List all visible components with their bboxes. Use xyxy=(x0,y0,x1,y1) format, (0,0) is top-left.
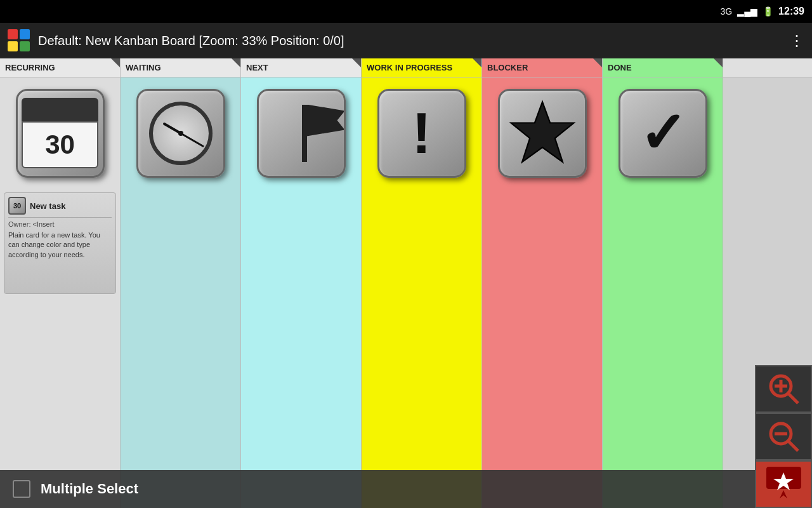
logo-green xyxy=(20,41,30,51)
multiple-select-label: Multiple Select xyxy=(41,481,138,497)
col-header-wip[interactable]: WORK IN PROGRESS xyxy=(362,58,482,77)
col-triangle-waiting xyxy=(232,58,240,67)
calendar-icon-button[interactable]: 30 xyxy=(16,89,105,178)
col-icon-wip: ! xyxy=(362,77,482,189)
flag-icon xyxy=(296,105,307,162)
col-header-blocker[interactable]: BLOCKER xyxy=(482,58,603,77)
cards-row: 30 New task Owner: <Insert Plain card fo… xyxy=(0,189,812,508)
col-header-next[interactable]: NEXT xyxy=(241,58,362,77)
col-label-next: NEXT xyxy=(246,63,268,72)
clock-icon-button[interactable] xyxy=(136,89,225,178)
favorite-button[interactable] xyxy=(755,460,812,508)
col-icon-done: ✓ xyxy=(603,77,723,189)
app-logo xyxy=(8,29,30,52)
zoom-in-icon xyxy=(763,368,804,410)
signal-icon: 3G xyxy=(720,6,732,17)
column-icons-row: 30 xyxy=(0,77,812,189)
col-header-recurring[interactable]: RECURRING xyxy=(0,58,121,77)
logo-blue xyxy=(20,29,30,39)
starburst-icon xyxy=(508,98,577,168)
col-label-waiting: WAITING xyxy=(126,63,161,72)
col-icon-waiting xyxy=(121,77,241,189)
multiple-select-bar: Multiple Select xyxy=(0,470,755,508)
calendar-number: 30 xyxy=(22,121,98,168)
logo-red xyxy=(8,29,18,39)
clock-center-dot xyxy=(178,131,183,136)
col-cards-recurring: 30 New task Owner: <Insert Plain card fo… xyxy=(0,189,121,508)
star-icon xyxy=(763,464,804,505)
flag-cloth xyxy=(307,105,345,137)
svg-marker-0 xyxy=(511,102,573,162)
kanban-board: RECURRING WAITING NEXT WORK IN PROGRESS … xyxy=(0,58,812,508)
clock-icon xyxy=(149,102,213,165)
zoom-in-button[interactable] xyxy=(755,365,812,413)
title-bar: Default: New Kanban Board [Zoom: 33% Pos… xyxy=(0,23,812,58)
col-label-wip: WORK IN PROGRESS xyxy=(367,63,452,72)
col-triangle-done xyxy=(714,58,723,67)
col-cards-done xyxy=(603,189,723,508)
svg-line-4 xyxy=(788,393,798,403)
task-card-title: New task xyxy=(30,201,65,211)
exclamation-icon: ! xyxy=(412,105,431,162)
starburst-icon-button[interactable] xyxy=(498,89,587,178)
zoom-out-button[interactable] xyxy=(755,413,812,460)
bottom-buttons xyxy=(755,365,812,508)
checkmark-icon: ✓ xyxy=(639,100,686,166)
logo-yellow xyxy=(8,41,18,51)
status-bar: 3G ▂▄▆ 🔋 12:39 xyxy=(0,0,812,23)
col-triangle-blocker xyxy=(593,58,602,67)
task-card-number: 30 xyxy=(8,197,26,215)
col-icon-blocker xyxy=(482,77,603,189)
col-triangle-wip xyxy=(473,58,481,67)
multiple-select-checkbox[interactable] xyxy=(13,480,30,498)
calendar-top xyxy=(22,98,98,122)
battery-icon: 🔋 xyxy=(763,6,773,17)
column-headers: RECURRING WAITING NEXT WORK IN PROGRESS … xyxy=(0,58,812,77)
col-icon-next xyxy=(241,77,362,189)
col-header-waiting[interactable]: WAITING xyxy=(121,58,241,77)
flag-pole xyxy=(302,105,307,162)
flag-icon-button[interactable] xyxy=(257,89,346,178)
svg-marker-9 xyxy=(780,490,787,498)
col-label-done: DONE xyxy=(608,63,632,72)
col-header-done[interactable]: DONE xyxy=(603,58,723,77)
clock: 12:39 xyxy=(778,6,804,17)
task-card[interactable]: 30 New task Owner: <Insert Plain card fo… xyxy=(4,192,116,294)
checkmark-icon-button[interactable]: ✓ xyxy=(619,89,707,178)
zoom-out-icon xyxy=(763,416,804,457)
col-label-blocker: BLOCKER xyxy=(487,63,528,72)
col-cards-blocker xyxy=(482,189,603,508)
task-card-owner: Owner: <Insert xyxy=(8,220,112,228)
clock-hand-minute xyxy=(180,132,204,147)
exclamation-icon-button[interactable]: ! xyxy=(377,89,466,178)
col-icon-recurring: 30 xyxy=(0,77,121,189)
col-label-recurring: RECURRING xyxy=(5,63,55,72)
task-card-body: Plain card for a new task. You can chang… xyxy=(8,231,112,290)
col-cards-next xyxy=(241,189,362,508)
svg-line-7 xyxy=(788,441,798,451)
calendar-icon: 30 xyxy=(18,91,103,176)
signal-bars: ▂▄▆ xyxy=(737,6,757,17)
task-card-header: 30 New task xyxy=(8,197,112,218)
overflow-menu-button[interactable]: ⋮ xyxy=(789,32,804,50)
app-title: Default: New Kanban Board [Zoom: 33% Pos… xyxy=(38,34,782,48)
col-cards-wip xyxy=(362,189,482,508)
col-triangle-next xyxy=(352,58,361,67)
col-cards-waiting xyxy=(121,189,241,508)
col-triangle-recurring xyxy=(111,58,120,67)
